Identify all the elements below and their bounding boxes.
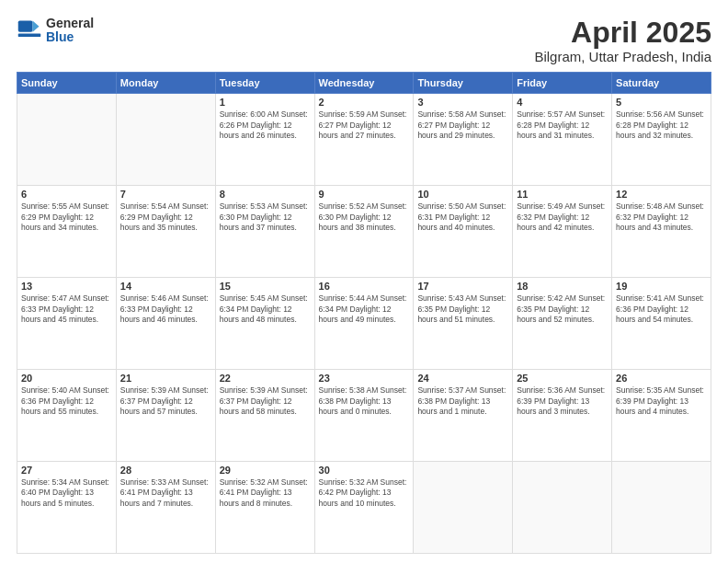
- day-number: 25: [517, 373, 608, 384]
- day-number: 19: [616, 281, 707, 292]
- table-row: [414, 462, 513, 554]
- day-info: Sunrise: 5:32 AM Sunset: 6:42 PM Dayligh…: [319, 477, 410, 509]
- logo-icon: [17, 17, 42, 43]
- table-row: 9Sunrise: 5:52 AM Sunset: 6:30 PM Daylig…: [314, 186, 414, 278]
- svg-marker-1: [33, 21, 40, 32]
- day-number: 12: [616, 189, 707, 200]
- day-info: Sunrise: 5:53 AM Sunset: 6:30 PM Dayligh…: [220, 201, 311, 233]
- day-info: Sunrise: 5:52 AM Sunset: 6:30 PM Dayligh…: [319, 201, 410, 233]
- table-row: 8Sunrise: 5:53 AM Sunset: 6:30 PM Daylig…: [215, 186, 314, 278]
- calendar-week-row: 6Sunrise: 5:55 AM Sunset: 6:29 PM Daylig…: [17, 186, 711, 278]
- table-row: 10Sunrise: 5:50 AM Sunset: 6:31 PM Dayli…: [414, 186, 513, 278]
- day-number: 29: [220, 465, 311, 476]
- table-row: 18Sunrise: 5:42 AM Sunset: 6:35 PM Dayli…: [513, 278, 612, 370]
- logo-text: General Blue: [46, 17, 94, 45]
- table-row: 20Sunrise: 5:40 AM Sunset: 6:36 PM Dayli…: [17, 370, 117, 462]
- day-number: 21: [120, 373, 211, 384]
- calendar-week-row: 1Sunrise: 6:00 AM Sunset: 6:26 PM Daylig…: [17, 94, 711, 186]
- day-number: 3: [417, 97, 508, 108]
- day-number: 26: [616, 373, 707, 384]
- location-title: Bilgram, Uttar Pradesh, India: [534, 49, 711, 64]
- day-number: 23: [319, 373, 410, 384]
- day-info: Sunrise: 5:58 AM Sunset: 6:27 PM Dayligh…: [417, 109, 508, 141]
- table-row: 26Sunrise: 5:35 AM Sunset: 6:39 PM Dayli…: [612, 370, 711, 462]
- calendar-table: Sunday Monday Tuesday Wednesday Thursday…: [17, 72, 711, 554]
- day-number: 7: [120, 189, 211, 200]
- day-number: 18: [517, 281, 608, 292]
- table-row: 4Sunrise: 5:57 AM Sunset: 6:28 PM Daylig…: [513, 94, 612, 186]
- calendar-week-row: 20Sunrise: 5:40 AM Sunset: 6:36 PM Dayli…: [17, 370, 711, 462]
- table-row: 3Sunrise: 5:58 AM Sunset: 6:27 PM Daylig…: [414, 94, 513, 186]
- table-row: 12Sunrise: 5:48 AM Sunset: 6:32 PM Dayli…: [612, 186, 711, 278]
- logo: General Blue: [17, 17, 94, 45]
- day-info: Sunrise: 5:57 AM Sunset: 6:28 PM Dayligh…: [517, 109, 608, 141]
- table-row: 14Sunrise: 5:46 AM Sunset: 6:33 PM Dayli…: [116, 278, 215, 370]
- table-row: 7Sunrise: 5:54 AM Sunset: 6:29 PM Daylig…: [116, 186, 215, 278]
- day-number: 17: [417, 281, 508, 292]
- calendar-week-row: 27Sunrise: 5:34 AM Sunset: 6:40 PM Dayli…: [17, 462, 711, 554]
- day-info: Sunrise: 5:40 AM Sunset: 6:36 PM Dayligh…: [21, 385, 112, 417]
- table-row: [612, 462, 711, 554]
- day-info: Sunrise: 5:36 AM Sunset: 6:39 PM Dayligh…: [517, 385, 608, 417]
- day-number: 5: [616, 97, 707, 108]
- table-row: 11Sunrise: 5:49 AM Sunset: 6:32 PM Dayli…: [513, 186, 612, 278]
- day-number: 1: [220, 97, 311, 108]
- col-wednesday: Wednesday: [314, 73, 414, 94]
- day-info: Sunrise: 5:38 AM Sunset: 6:38 PM Dayligh…: [319, 385, 410, 417]
- day-info: Sunrise: 5:54 AM Sunset: 6:29 PM Dayligh…: [120, 201, 211, 233]
- day-info: Sunrise: 5:42 AM Sunset: 6:35 PM Dayligh…: [517, 293, 608, 325]
- day-number: 6: [21, 189, 112, 200]
- day-number: 27: [21, 465, 112, 476]
- day-info: Sunrise: 5:43 AM Sunset: 6:35 PM Dayligh…: [417, 293, 508, 325]
- table-row: 5Sunrise: 5:56 AM Sunset: 6:28 PM Daylig…: [612, 94, 711, 186]
- table-row: 1Sunrise: 6:00 AM Sunset: 6:26 PM Daylig…: [215, 94, 314, 186]
- col-sunday: Sunday: [17, 73, 117, 94]
- day-number: 24: [417, 373, 508, 384]
- day-info: Sunrise: 5:45 AM Sunset: 6:34 PM Dayligh…: [220, 293, 311, 325]
- page: General Blue April 2025 Bilgram, Uttar P…: [0, 0, 728, 563]
- table-row: [116, 94, 215, 186]
- table-row: 25Sunrise: 5:36 AM Sunset: 6:39 PM Dayli…: [513, 370, 612, 462]
- day-info: Sunrise: 5:49 AM Sunset: 6:32 PM Dayligh…: [517, 201, 608, 233]
- day-info: Sunrise: 5:50 AM Sunset: 6:31 PM Dayligh…: [417, 201, 508, 233]
- day-number: 14: [120, 281, 211, 292]
- day-info: Sunrise: 5:47 AM Sunset: 6:33 PM Dayligh…: [21, 293, 112, 325]
- calendar-week-row: 13Sunrise: 5:47 AM Sunset: 6:33 PM Dayli…: [17, 278, 711, 370]
- svg-rect-0: [18, 21, 33, 32]
- table-row: 15Sunrise: 5:45 AM Sunset: 6:34 PM Dayli…: [215, 278, 314, 370]
- day-number: 13: [21, 281, 112, 292]
- day-info: Sunrise: 5:35 AM Sunset: 6:39 PM Dayligh…: [616, 385, 707, 417]
- table-row: 6Sunrise: 5:55 AM Sunset: 6:29 PM Daylig…: [17, 186, 117, 278]
- day-number: 4: [517, 97, 608, 108]
- day-number: 22: [220, 373, 311, 384]
- day-info: Sunrise: 5:34 AM Sunset: 6:40 PM Dayligh…: [21, 477, 112, 509]
- title-block: April 2025 Bilgram, Uttar Pradesh, India: [534, 17, 711, 64]
- day-number: 30: [319, 465, 410, 476]
- table-row: [17, 94, 117, 186]
- day-info: Sunrise: 5:39 AM Sunset: 6:37 PM Dayligh…: [120, 385, 211, 417]
- calendar-header-row: Sunday Monday Tuesday Wednesday Thursday…: [17, 73, 711, 94]
- table-row: 19Sunrise: 5:41 AM Sunset: 6:36 PM Dayli…: [612, 278, 711, 370]
- table-row: 17Sunrise: 5:43 AM Sunset: 6:35 PM Dayli…: [414, 278, 513, 370]
- table-row: 13Sunrise: 5:47 AM Sunset: 6:33 PM Dayli…: [17, 278, 117, 370]
- table-row: 28Sunrise: 5:33 AM Sunset: 6:41 PM Dayli…: [116, 462, 215, 554]
- table-row: 24Sunrise: 5:37 AM Sunset: 6:38 PM Dayli…: [414, 370, 513, 462]
- header: General Blue April 2025 Bilgram, Uttar P…: [17, 17, 711, 64]
- day-info: Sunrise: 5:32 AM Sunset: 6:41 PM Dayligh…: [220, 477, 311, 509]
- table-row: 30Sunrise: 5:32 AM Sunset: 6:42 PM Dayli…: [314, 462, 414, 554]
- table-row: [513, 462, 612, 554]
- day-info: Sunrise: 6:00 AM Sunset: 6:26 PM Dayligh…: [220, 109, 311, 141]
- day-info: Sunrise: 5:55 AM Sunset: 6:29 PM Dayligh…: [21, 201, 112, 233]
- month-title: April 2025: [534, 17, 711, 49]
- day-number: 16: [319, 281, 410, 292]
- col-tuesday: Tuesday: [215, 73, 314, 94]
- col-thursday: Thursday: [414, 73, 513, 94]
- table-row: 21Sunrise: 5:39 AM Sunset: 6:37 PM Dayli…: [116, 370, 215, 462]
- day-info: Sunrise: 5:56 AM Sunset: 6:28 PM Dayligh…: [616, 109, 707, 141]
- day-info: Sunrise: 5:48 AM Sunset: 6:32 PM Dayligh…: [616, 201, 707, 233]
- day-info: Sunrise: 5:33 AM Sunset: 6:41 PM Dayligh…: [120, 477, 211, 509]
- table-row: 22Sunrise: 5:39 AM Sunset: 6:37 PM Dayli…: [215, 370, 314, 462]
- table-row: 29Sunrise: 5:32 AM Sunset: 6:41 PM Dayli…: [215, 462, 314, 554]
- table-row: 23Sunrise: 5:38 AM Sunset: 6:38 PM Dayli…: [314, 370, 414, 462]
- day-info: Sunrise: 5:41 AM Sunset: 6:36 PM Dayligh…: [616, 293, 707, 325]
